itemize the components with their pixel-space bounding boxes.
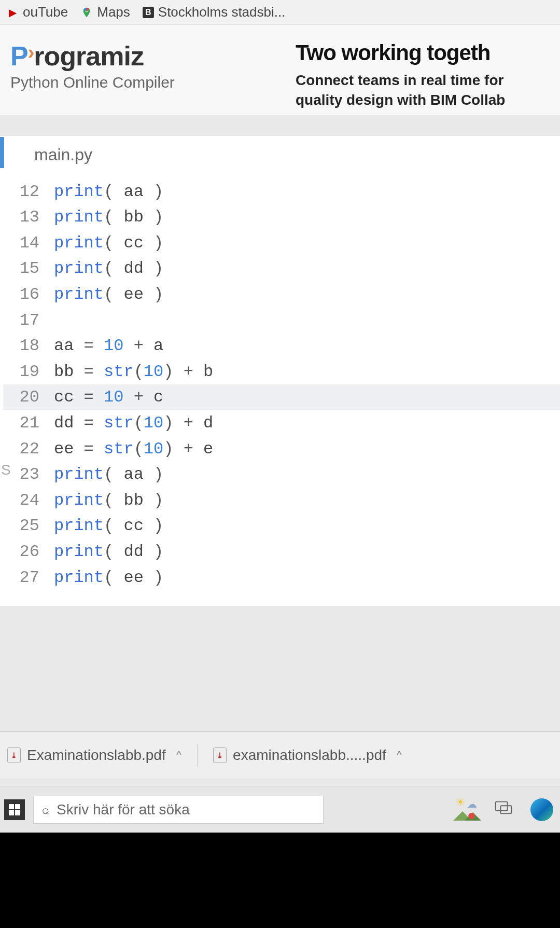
site-logo[interactable]: P›rogramiz <box>10 40 280 72</box>
download-filename: examinationslabb.....pdf <box>233 747 386 764</box>
pdf-icon: ⤓ <box>213 747 227 763</box>
left-sidebar-hints: S <box>0 379 11 482</box>
taskbar-weather-widget[interactable]: ☀ ☁ ● <box>451 796 479 824</box>
code-line[interactable]: 16print( ee ) <box>3 282 560 308</box>
code-content[interactable]: print( dd ) <box>54 539 163 565</box>
pdf-icon: ⤓ <box>7 747 21 763</box>
chevron-up-icon[interactable]: ^ <box>176 749 181 762</box>
filename-tab[interactable]: main.py <box>34 145 92 164</box>
line-number: 27 <box>3 565 54 591</box>
line-number: 13 <box>3 204 54 230</box>
ad-title: Two working togeth <box>296 40 550 65</box>
line-number: 26 <box>3 539 54 565</box>
logo-accent: › <box>28 41 34 63</box>
task-view-icon <box>494 798 513 821</box>
line-number: 12 <box>3 179 54 205</box>
code-line[interactable]: 15print( dd ) <box>3 256 560 282</box>
code-line[interactable]: 20cc = 10 + c <box>3 384 560 410</box>
code-content[interactable]: aa = 10 + a <box>54 333 163 359</box>
code-line[interactable]: 19bb = str(10) + b <box>3 359 560 385</box>
code-content[interactable]: print( aa ) <box>54 179 163 205</box>
chevron-up-icon[interactable]: ^ <box>397 749 402 762</box>
code-content[interactable]: print( cc ) <box>54 513 163 539</box>
active-tab-indicator <box>0 137 4 168</box>
sidebar-hint-s: S <box>1 462 11 482</box>
taskbar: ⌕ Skriv här för att söka ☀ ☁ ● <box>0 786 560 833</box>
weather-icon: ☀ ☁ ● <box>451 796 479 824</box>
ad-text-line: quality design with BIM Collab <box>296 90 550 110</box>
code-area[interactable]: 12print( aa )13print( bb )14print( cc )1… <box>3 174 560 606</box>
code-line[interactable]: 17 <box>3 308 560 334</box>
code-editor: main.py 12print( aa )13print( bb )14prin… <box>0 136 560 606</box>
code-line[interactable]: 24print( bb ) <box>3 488 560 514</box>
line-number: 25 <box>3 513 54 539</box>
code-content[interactable]: print( ee ) <box>54 282 163 308</box>
line-number: 15 <box>3 256 54 282</box>
code-line[interactable]: 18aa = 10 + a <box>3 333 560 359</box>
screen-bezel <box>0 833 560 928</box>
code-content[interactable]: print( aa ) <box>54 462 163 488</box>
code-line[interactable]: 27print( ee ) <box>3 565 560 591</box>
line-number: 14 <box>3 230 54 256</box>
code-content[interactable]: print( cc ) <box>54 230 163 256</box>
taskbar-edge-button[interactable] <box>528 796 556 824</box>
editor-tab-bar: main.py <box>3 136 560 174</box>
code-line[interactable]: 22ee = str(10) + e <box>3 436 560 462</box>
bookmark-maps[interactable]: Maps <box>80 4 130 20</box>
download-item-2[interactable]: ⤓ examinationslabb.....pdf ^ <box>213 747 402 764</box>
code-content[interactable]: bb = str(10) + b <box>54 359 213 385</box>
site-subtitle: Python Online Compiler <box>10 74 280 91</box>
task-view-button[interactable] <box>489 796 517 824</box>
search-icon: ⌕ <box>42 802 49 817</box>
line-number: 20 <box>3 384 54 410</box>
ad-text-line: Connect teams in real time for <box>296 71 550 90</box>
code-content[interactable]: print( bb ) <box>54 204 163 230</box>
code-content[interactable]: print( bb ) <box>54 488 163 514</box>
line-number: 19 <box>3 359 54 385</box>
bookmark-label: Stockholms stadsbi... <box>158 4 286 20</box>
ad-banner[interactable]: Two working togeth Connect teams in real… <box>290 40 550 110</box>
logo-text: rogramiz <box>34 41 144 71</box>
downloads-bar: ⤓ Examinationslabb.pdf ^ ⤓ examinationsl… <box>0 731 560 779</box>
svg-rect-2 <box>500 806 511 813</box>
bookmark-label: ouTube <box>23 4 68 20</box>
code-line[interactable]: 21dd = str(10) + d <box>3 410 560 436</box>
line-number: 18 <box>3 333 54 359</box>
line-number: 23 <box>3 462 54 488</box>
bookmark-label: Maps <box>97 4 130 20</box>
code-content[interactable]: print( ee ) <box>54 565 163 591</box>
start-button[interactable] <box>4 799 25 820</box>
download-item-1[interactable]: ⤓ Examinationslabb.pdf ^ <box>7 747 181 764</box>
stockholms-icon: B <box>143 7 154 18</box>
maps-icon <box>80 6 93 19</box>
code-line[interactable]: 12print( aa ) <box>3 179 560 205</box>
line-number: 17 <box>3 308 54 334</box>
sidebar-hint <box>1 379 11 399</box>
search-placeholder: Skriv här för att söka <box>57 801 190 818</box>
code-line[interactable]: 26print( dd ) <box>3 539 560 565</box>
code-content[interactable]: cc = 10 + c <box>54 384 163 410</box>
windows-icon <box>9 804 20 815</box>
taskbar-search[interactable]: ⌕ Skriv här för att söka <box>33 796 324 824</box>
line-number: 22 <box>3 436 54 462</box>
code-content[interactable]: ee = str(10) + e <box>54 436 213 462</box>
line-number: 21 <box>3 410 54 436</box>
code-line[interactable]: 23print( aa ) <box>3 462 560 488</box>
bookmark-youtube[interactable]: ▶ ouTube <box>6 4 68 20</box>
download-filename: Examinationslabb.pdf <box>27 747 166 764</box>
line-number: 24 <box>3 488 54 514</box>
bookmarks-bar: ▶ ouTube Maps B Stockholms stadsbi... <box>0 0 560 25</box>
code-line[interactable]: 13print( bb ) <box>3 204 560 230</box>
code-line[interactable]: 25print( cc ) <box>3 513 560 539</box>
divider <box>197 743 198 767</box>
line-number: 16 <box>3 282 54 308</box>
edge-icon <box>530 798 553 821</box>
code-content[interactable]: dd = str(10) + d <box>54 410 213 436</box>
code-content[interactable]: print( dd ) <box>54 256 163 282</box>
youtube-icon: ▶ <box>6 6 19 19</box>
logo-letter-p: P <box>10 41 28 71</box>
code-line[interactable]: 14print( cc ) <box>3 230 560 256</box>
bookmark-stockholms[interactable]: B Stockholms stadsbi... <box>143 4 286 20</box>
page-header: P›rogramiz Python Online Compiler Two wo… <box>0 25 560 115</box>
